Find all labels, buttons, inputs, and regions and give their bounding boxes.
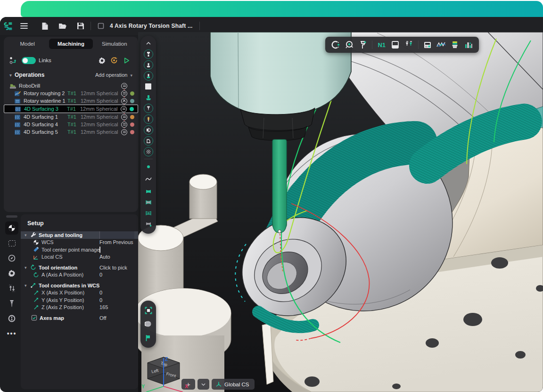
- holder-full-icon[interactable]: [142, 49, 155, 59]
- operation-status-icon[interactable]: [121, 122, 127, 128]
- settings-gear-icon[interactable]: [5, 267, 18, 280]
- setup-row-local-cs[interactable]: Local CS Auto: [21, 253, 138, 261]
- tcp-checkbox[interactable]: [99, 246, 100, 253]
- app-logo-icon[interactable]: [2, 20, 14, 32]
- power-ring-icon[interactable]: [5, 312, 18, 325]
- stock-square-icon[interactable]: [142, 81, 155, 92]
- flag-icon[interactable]: [142, 333, 155, 343]
- setup-row-axis-y[interactable]: Y (Axis Y Position) 0: [21, 296, 138, 304]
- machine-icon-small[interactable]: [142, 135, 155, 146]
- clamp-icon[interactable]: [142, 124, 155, 135]
- 4d-surfacing-icon: [14, 129, 21, 135]
- machine-panel-icon[interactable]: [421, 39, 434, 51]
- tool-orientation-icon: [30, 264, 36, 270]
- safety-icon[interactable]: [5, 252, 18, 265]
- add-operation-caret-icon: ▾: [130, 73, 132, 78]
- arc-measure-icon[interactable]: [329, 39, 342, 51]
- rail-drag-handle[interactable]: [6, 215, 17, 218]
- stock-selection-icon[interactable]: [5, 237, 18, 250]
- operations-title: Operations: [15, 72, 95, 78]
- open-folder-icon[interactable]: [57, 20, 69, 32]
- setup-row-tcp[interactable]: Tool center point management: [21, 246, 138, 253]
- operation-status-icon[interactable]: [121, 90, 127, 97]
- stock-icon[interactable]: [389, 39, 402, 51]
- more-ellipsis-icon[interactable]: •••: [5, 327, 18, 340]
- surface-grid-icon[interactable]: [142, 208, 155, 219]
- mesh-icon[interactable]: [142, 146, 155, 157]
- tab-model[interactable]: Model: [6, 39, 49, 49]
- operation-row[interactable]: Rotary roughing 2 T#1 12mm Spherical: [4, 90, 138, 97]
- orientation-pick-value[interactable]: Click to pick: [99, 265, 134, 270]
- surface-filled-icon[interactable]: [142, 186, 155, 197]
- holder-layers-icon[interactable]: [448, 39, 461, 51]
- view-cube[interactable]: Top Left Front X Y Z: [140, 352, 191, 392]
- section-chevron-icon[interactable]: ▾: [25, 283, 30, 288]
- tab-simulation[interactable]: Simulation: [93, 39, 136, 49]
- document-title[interactable]: 4 Axis Rotary Torsion Shaft ...: [110, 23, 193, 29]
- setup-row-axis-z[interactable]: Z (Axis Z Position) 165: [21, 304, 138, 311]
- caliper-icon[interactable]: [357, 39, 370, 51]
- order-arrows-icon[interactable]: [5, 282, 18, 295]
- add-operation-button[interactable]: Add operation▾: [95, 72, 132, 78]
- operations-collapse-chevron-icon[interactable]: ▾: [9, 73, 12, 78]
- 4d-surfacing-icon: [14, 114, 21, 120]
- surface-point-icon[interactable]: [142, 219, 155, 229]
- tool-tip-icon[interactable]: [142, 103, 155, 114]
- tool-drill-icon[interactable]: [5, 297, 18, 310]
- operation-status-icon[interactable]: [121, 114, 127, 120]
- operations-settings-gear-icon[interactable]: [96, 54, 108, 66]
- operation-row[interactable]: Rotary waterline 1 T#1 12mm Spherical: [4, 97, 138, 105]
- nc-program-icon[interactable]: N1: [375, 39, 388, 51]
- global-cs-button[interactable]: Global CS: [212, 379, 255, 390]
- section-chevron-icon[interactable]: ▾: [25, 233, 30, 237]
- visibility-toolbar: [140, 36, 156, 234]
- operation-row-selected[interactable]: 4D Surfacing 3 T#1 12mm Spherical: [4, 105, 138, 113]
- machine-row[interactable]: RoboDrill: [4, 82, 138, 90]
- viewport-3d-scene[interactable]: [138, 32, 543, 392]
- section-chevron-icon[interactable]: ▾: [25, 265, 30, 270]
- tool-shank-icon[interactable]: [142, 114, 155, 124]
- new-file-icon[interactable]: [39, 20, 51, 32]
- cs-chevron-button[interactable]: [197, 379, 209, 390]
- section-value[interactable]: [99, 231, 134, 239]
- zoom-fit-icon[interactable]: [142, 305, 155, 316]
- analysis-wave-icon[interactable]: [435, 39, 448, 51]
- machine-icon: [9, 83, 16, 89]
- save-icon[interactable]: [74, 20, 87, 32]
- collapse-chevron-icon[interactable]: [142, 38, 155, 49]
- toolbar-divider: [144, 159, 153, 159]
- appearance-sphere-icon[interactable]: [142, 318, 155, 329]
- axis-a-rotate-icon: [33, 272, 39, 278]
- simulation-refresh-icon[interactable]: [108, 54, 120, 66]
- node-links-icon[interactable]: [9, 57, 17, 64]
- setup-section-orientation[interactable]: ▾ Tool orientation Click to pick: [21, 264, 138, 271]
- operation-row[interactable]: 4D Surfacing 1 T#1 12mm Spherical: [4, 113, 138, 121]
- setup-section-tooling[interactable]: ▾ Setup and tooling: [21, 231, 138, 239]
- holder-collet-icon[interactable]: [142, 70, 155, 81]
- operation-status-icon[interactable]: [121, 129, 127, 135]
- setup-row-wcs[interactable]: WCS From Previous: [21, 239, 138, 246]
- statistics-bars-icon[interactable]: [462, 39, 475, 51]
- setup-section-coords[interactable]: ▾ Tool coordinates in WCS: [21, 282, 138, 289]
- point-dot-icon[interactable]: [142, 161, 155, 172]
- operation-row[interactable]: 4D Surfacing 5 T#1 12mm Spherical: [4, 128, 138, 136]
- play-icon[interactable]: [120, 54, 132, 66]
- menu-icon[interactable]: [18, 20, 30, 32]
- machine-status-icon[interactable]: [121, 83, 127, 89]
- holder-body-icon[interactable]: [142, 59, 155, 70]
- fixture-teal-icon[interactable]: [142, 92, 155, 103]
- surface-edge-icon[interactable]: [142, 197, 155, 208]
- setup-row-axis-x[interactable]: X (Axis X Position) 0: [21, 289, 138, 297]
- wcs-datum-icon[interactable]: [5, 221, 18, 235]
- operation-row[interactable]: 4D Surfacing 4 T#1 12mm Spherical: [4, 121, 138, 128]
- setup-row-axis-a[interactable]: A (Axis A Position) 0: [21, 271, 138, 279]
- operation-status-icon[interactable]: [121, 106, 127, 112]
- operation-status-error-icon[interactable]: [121, 98, 127, 104]
- curve-wave-icon[interactable]: [142, 172, 155, 186]
- setup-row-axes-map[interactable]: Axes map Off: [21, 314, 138, 322]
- tool-pair-icon[interactable]: [403, 39, 415, 51]
- document-tab-icon[interactable]: [95, 20, 107, 32]
- gauge-icon[interactable]: [343, 39, 356, 51]
- tab-machining[interactable]: Machining: [49, 39, 92, 49]
- links-toggle[interactable]: [22, 57, 36, 64]
